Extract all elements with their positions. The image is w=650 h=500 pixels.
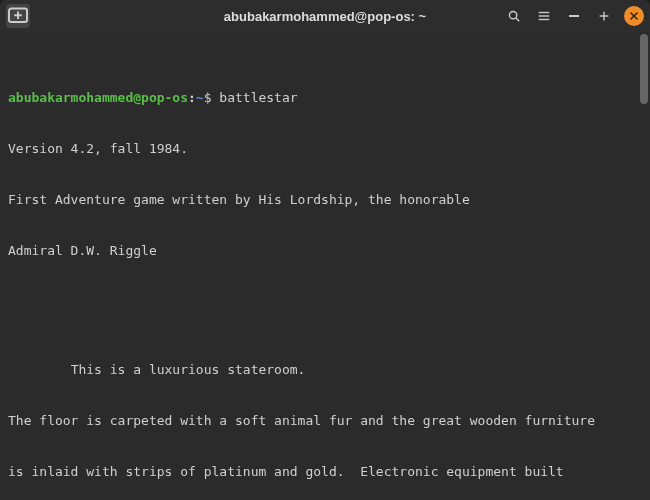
output-line: The floor is carpeted with a soft animal… <box>8 412 642 429</box>
svg-line-4 <box>516 18 519 21</box>
terminal-area[interactable]: abubakarmohammed@pop-os:~$ battlestar Ve… <box>0 32 650 500</box>
menu-button[interactable] <box>534 6 554 26</box>
maximize-button[interactable] <box>594 6 614 26</box>
minimize-icon <box>569 15 579 17</box>
search-button[interactable] <box>504 6 524 26</box>
output-line: Admiral D.W. Riggle <box>8 242 642 259</box>
close-icon <box>629 11 639 21</box>
command-text: battlestar <box>219 90 297 105</box>
prompt-line: abubakarmohammed@pop-os:~$ battlestar <box>8 89 642 106</box>
output-line: is inlaid with strips of platinum and go… <box>8 463 642 480</box>
output-line: Version 4.2, fall 1984. <box>8 140 642 157</box>
new-tab-button[interactable] <box>6 4 30 28</box>
new-tab-icon <box>6 4 30 28</box>
hamburger-icon <box>537 9 551 23</box>
window-controls <box>504 6 644 26</box>
scrollbar-thumb[interactable] <box>640 34 648 104</box>
prompt-userhost: abubakarmohammed@pop-os <box>8 90 188 105</box>
prompt-separator: : <box>188 90 196 105</box>
search-icon <box>507 9 521 23</box>
close-button[interactable] <box>624 6 644 26</box>
output-line: First Adventure game written by His Lord… <box>8 191 642 208</box>
titlebar: abubakarmohammed@pop-os: ~ <box>0 0 650 32</box>
svg-point-3 <box>509 11 516 18</box>
plus-icon <box>597 9 611 23</box>
window-title: abubakarmohammed@pop-os: ~ <box>224 9 426 24</box>
output-line: This is a luxurious stateroom. <box>8 361 642 378</box>
minimize-button[interactable] <box>564 6 584 26</box>
prompt-path: ~ <box>196 90 204 105</box>
prompt-symbol: $ <box>204 90 212 105</box>
